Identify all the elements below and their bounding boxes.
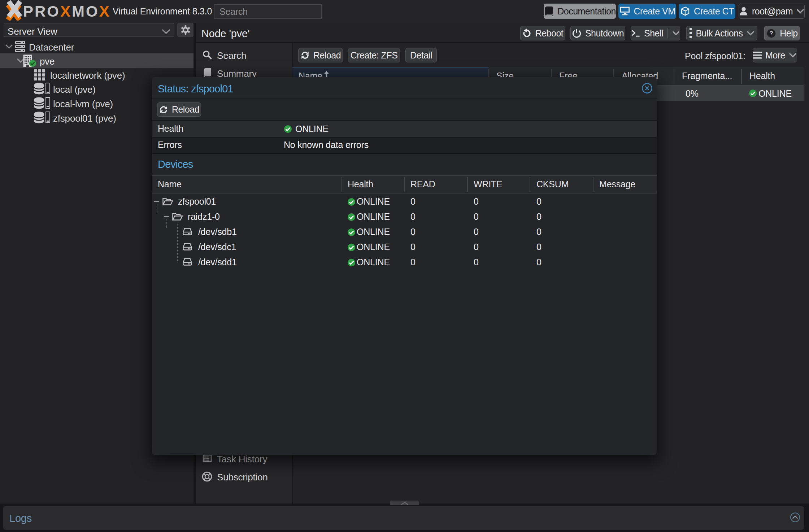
svg-text:?: ? xyxy=(770,30,773,37)
